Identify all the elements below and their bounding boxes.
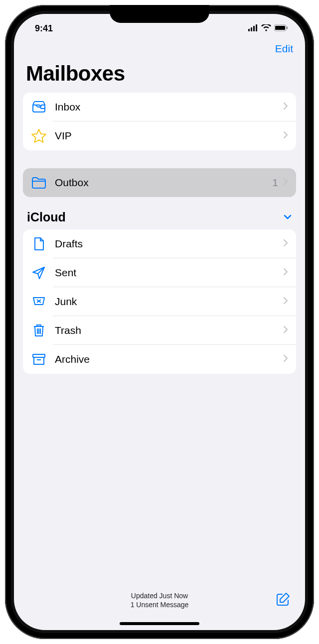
sync-status: Updated Just Now 1 Unsent Message [131,591,189,609]
mailbox-sent[interactable]: Sent [23,258,296,287]
mailbox-inbox[interactable]: Inbox [23,93,296,121]
account-folders-group: Drafts Sent [23,229,296,374]
mailbox-trash[interactable]: Trash [23,316,296,345]
archivebox-icon [31,351,47,367]
mailbox-drafts[interactable]: Drafts [23,229,296,258]
battery-icon [274,23,288,34]
compose-button[interactable] [275,591,291,609]
chevron-right-icon [283,297,288,307]
mailbox-archive[interactable]: Archive [23,345,296,374]
mailbox-outbox[interactable]: Outbox 1 [23,168,296,197]
star-icon [31,128,47,144]
svg-rect-0 [248,29,250,31]
mailbox-label: VIP [55,130,283,142]
edit-button[interactable]: Edit [275,43,293,55]
account-name: iCloud [27,210,66,224]
document-icon [31,236,47,252]
status-updated: Updated Just Now [131,591,189,600]
smart-mailboxes-group: Inbox VIP [23,93,296,150]
status-icons [248,23,288,34]
mailbox-label: Archive [55,353,283,365]
mailbox-label: Inbox [55,101,283,113]
mailbox-label: Trash [55,324,283,336]
mailbox-label: Outbox [55,177,272,189]
svg-rect-2 [253,26,255,31]
chevron-down-icon[interactable] [283,213,292,222]
chevron-right-icon [283,102,288,112]
chevron-right-icon [283,239,288,249]
status-unsent: 1 Unsent Message [131,600,189,609]
wifi-icon [261,23,271,34]
mailbox-label: Sent [55,267,283,279]
mailbox-junk[interactable]: Junk [23,287,296,316]
home-indicator[interactable] [120,622,199,625]
page-title: Mailboxes [14,55,305,93]
nav-bar: Edit [14,38,305,55]
svg-rect-14 [33,354,45,357]
mailbox-label: Junk [55,296,283,308]
junk-icon [31,294,47,310]
paperplane-icon [31,265,47,281]
chevron-right-icon [283,178,288,188]
svg-rect-3 [256,24,257,31]
chevron-right-icon [283,354,288,364]
svg-rect-6 [287,26,288,29]
svg-rect-5 [275,26,285,30]
inbox-icon [31,99,47,115]
chevron-right-icon [283,131,288,141]
account-header[interactable]: iCloud [23,210,296,229]
mailbox-vip[interactable]: VIP [23,121,296,150]
mailbox-label: Drafts [55,238,283,250]
chevron-right-icon [283,325,288,335]
mailbox-count: 1 [272,177,278,189]
status-time: 9:41 [35,23,53,34]
chevron-right-icon [283,268,288,278]
svg-rect-1 [251,27,252,31]
signal-icon [248,23,258,34]
folder-icon [31,175,47,191]
outbox-group: Outbox 1 [23,168,296,197]
trash-icon [31,322,47,338]
